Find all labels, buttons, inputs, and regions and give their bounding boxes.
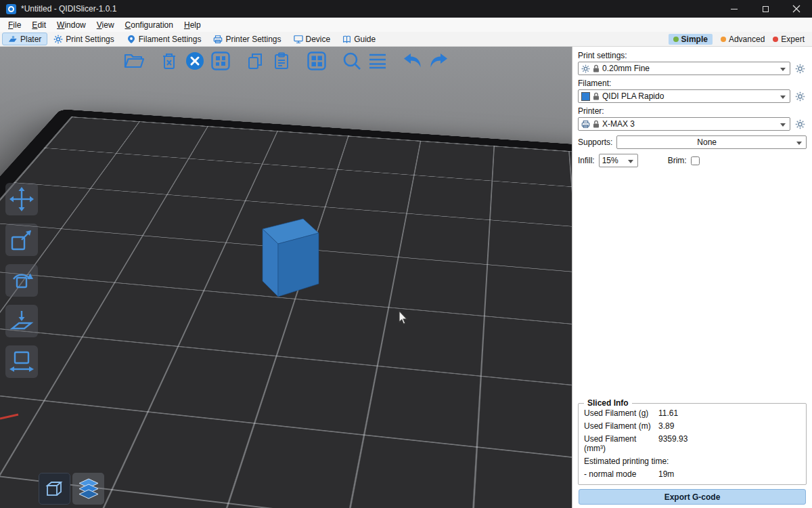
folder-open-icon <box>124 52 144 70</box>
printer-icon <box>213 35 223 44</box>
sliced-info-row: Estimated printing time: <box>584 454 800 467</box>
tab-bar: Plater Print Settings Filament Settings … <box>0 32 812 47</box>
gear-icon <box>795 119 805 129</box>
minimize-button[interactable] <box>719 0 750 18</box>
print-settings-gear-button[interactable] <box>793 62 807 75</box>
supports-label: Supports: <box>578 137 612 147</box>
search-icon <box>342 51 362 71</box>
plater-icon <box>8 35 18 44</box>
close-icon <box>792 5 800 13</box>
open-button[interactable] <box>122 49 146 73</box>
infill-combo[interactable]: 15% <box>599 154 638 167</box>
print-bed[interactable] <box>0 109 572 508</box>
window-title: *Untitled - QIDISlicer-1.0.1 <box>21 4 116 14</box>
lock-icon <box>593 64 600 73</box>
delete-all-button[interactable] <box>183 49 207 73</box>
filament-combo[interactable]: QIDI PLA Rapido <box>578 89 790 103</box>
print-bed-surface <box>0 117 572 508</box>
settings-sidebar: Print settings: 0.20mm Fine Filament: QI… <box>572 47 812 508</box>
menu-configuration[interactable]: Configuration <box>120 19 179 31</box>
filament-label: Filament: <box>578 79 807 88</box>
view-mode-switcher <box>39 473 104 505</box>
filament-gear-button[interactable] <box>793 89 807 103</box>
app-logo-icon <box>6 4 16 14</box>
lock-icon <box>593 92 600 101</box>
tab-guide[interactable]: Guide <box>336 33 382 45</box>
editor-view-button[interactable] <box>39 473 70 505</box>
scale-gizmo-button[interactable] <box>5 224 38 256</box>
move-gizmo-button[interactable] <box>5 183 38 215</box>
printer-label: Printer: <box>578 106 807 116</box>
arrange-icon <box>211 51 230 70</box>
variable-layer-height-icon <box>368 53 387 69</box>
place-on-face-icon <box>8 308 35 335</box>
undo-icon <box>403 53 423 69</box>
menu-view[interactable]: View <box>91 19 120 31</box>
undo-button[interactable] <box>401 49 425 73</box>
search-button[interactable] <box>340 49 364 73</box>
measure-gizmo-button[interactable] <box>5 345 38 378</box>
guide-icon <box>342 35 351 44</box>
tab-print-settings[interactable]: Print Settings <box>47 33 120 45</box>
tab-printer-settings[interactable]: Printer Settings <box>207 33 287 45</box>
tab-plater[interactable]: Plater <box>2 33 47 45</box>
paste-icon <box>273 52 290 70</box>
mode-simple[interactable]: Simple <box>669 34 713 45</box>
viewport-toolbar <box>122 49 452 73</box>
rotate-icon <box>8 267 35 294</box>
mode-switcher: Simple Advanced Expert <box>669 34 810 45</box>
sliced-info-row: Used Filament (g) 11.61 <box>584 406 800 419</box>
menu-file[interactable]: File <box>3 19 26 31</box>
redo-icon <box>428 53 449 69</box>
mode-expert[interactable]: Expert <box>773 35 805 44</box>
maximize-icon <box>763 6 769 12</box>
sliced-info-panel: Sliced Info Used Filament (g) 11.61 Used… <box>578 403 807 485</box>
scale-icon <box>8 226 35 253</box>
menu-bar: File Edit Window View Configuration Help <box>0 18 812 32</box>
tab-filament-settings[interactable]: Filament Settings <box>120 33 208 45</box>
expert-mode-dot-icon <box>773 37 778 42</box>
maximize-button[interactable] <box>750 0 781 18</box>
print-settings-combo[interactable]: 0.20mm Fine <box>578 62 790 75</box>
export-gcode-button[interactable]: Export G-code <box>579 489 806 505</box>
menu-help[interactable]: Help <box>179 19 206 31</box>
title-bar: *Untitled - QIDISlicer-1.0.1 <box>0 0 812 18</box>
delete-icon <box>161 52 177 70</box>
sliced-info-row: - normal mode 19m <box>584 467 800 480</box>
copy-button[interactable] <box>244 49 268 73</box>
menu-edit[interactable]: Edit <box>26 19 51 31</box>
mode-advanced[interactable]: Advanced <box>721 35 765 44</box>
viewport-canvas[interactable] <box>0 47 572 508</box>
tab-device[interactable]: Device <box>288 33 337 45</box>
move-icon <box>8 186 35 213</box>
delete-all-icon <box>185 51 204 70</box>
advanced-mode-dot-icon <box>721 37 726 42</box>
editor-3d-icon <box>43 478 66 501</box>
arrange-button[interactable] <box>208 49 233 73</box>
sliced-info-row: Used Filament (mm³) 9359.93 <box>584 432 800 454</box>
delete-button[interactable] <box>157 49 181 73</box>
printer-gear-button[interactable] <box>793 117 807 131</box>
paste-button[interactable] <box>269 49 294 73</box>
gear-icon <box>795 91 805 102</box>
split-button[interactable] <box>304 49 329 73</box>
close-button[interactable] <box>781 0 812 18</box>
redo-button[interactable] <box>426 49 451 73</box>
preview-layers-icon <box>76 477 101 501</box>
preview-view-button[interactable] <box>72 473 104 505</box>
split-icon <box>307 51 326 70</box>
measure-icon <box>8 348 35 375</box>
place-on-face-gizmo-button[interactable] <box>5 305 38 337</box>
gear-icon <box>53 35 63 44</box>
simple-mode-dot-icon <box>673 37 679 42</box>
minimize-icon <box>731 9 738 9</box>
brim-checkbox[interactable] <box>691 156 700 165</box>
sliced-info-row: Used Filament (m) 3.89 <box>584 419 800 432</box>
layer-height-button[interactable] <box>365 49 390 73</box>
print-settings-label: Print settings: <box>578 51 807 60</box>
printer-combo[interactable]: X-MAX 3 <box>578 117 790 131</box>
supports-combo[interactable]: None <box>616 135 807 149</box>
menu-window[interactable]: Window <box>51 19 91 31</box>
rotate-gizmo-button[interactable] <box>5 264 38 297</box>
copy-icon <box>247 52 265 70</box>
